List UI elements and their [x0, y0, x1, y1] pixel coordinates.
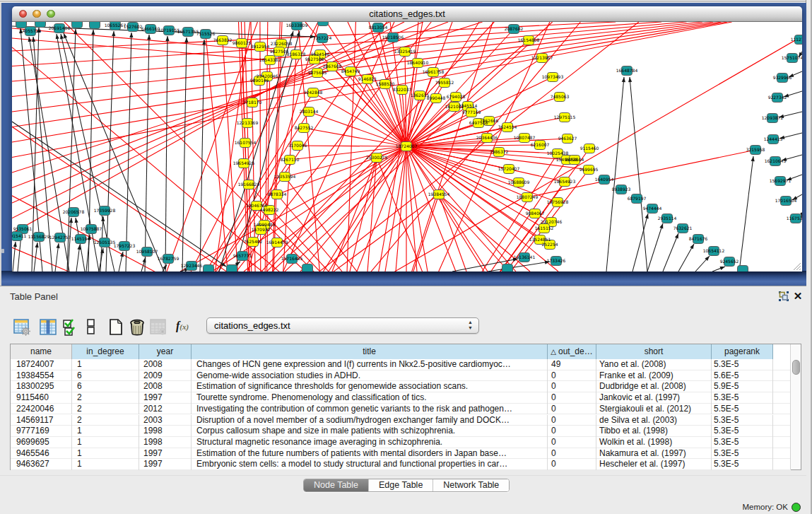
graph-node-label: 3624554: [498, 124, 517, 129]
graph-node[interactable]: [502, 264, 513, 272]
graph-edge[interactable]: [406, 146, 428, 271]
trash-icon[interactable]: [129, 318, 146, 336]
graph-node-label: 10688609: [508, 180, 530, 185]
graph-node-label: 252254: [542, 242, 558, 247]
graph-edge[interactable]: [647, 223, 663, 271]
graph-edge[interactable]: [12, 22, 713, 112]
new-file-icon[interactable]: [107, 318, 124, 336]
column-header-name[interactable]: name: [11, 344, 72, 359]
graph-edge[interactable]: [406, 146, 417, 271]
cell-short: Tibbo et al. (1998): [596, 426, 712, 437]
graph-edge[interactable]: [439, 194, 488, 271]
close-panel-icon[interactable]: ✕: [792, 291, 804, 302]
graph-edge[interactable]: [145, 35, 149, 271]
table-settings-icon[interactable]: [13, 318, 30, 336]
graph-node-label: 15751074: [782, 55, 802, 60]
select-rows-icon[interactable]: [62, 318, 79, 336]
graph-edge[interactable]: [739, 156, 753, 271]
graph-edge[interactable]: [329, 146, 406, 271]
graph-edge[interactable]: [309, 112, 406, 146]
table-row[interactable]: 1938455462009Genome-wide association stu…: [11, 370, 791, 382]
column-header-in_degree[interactable]: in_degree: [72, 344, 139, 359]
graph-node[interactable]: [302, 264, 313, 272]
table-row[interactable]: 1830029562008Estimation of significance …: [11, 381, 791, 392]
graph-node[interactable]: [227, 265, 237, 272]
graph-edge[interactable]: [200, 40, 204, 271]
graph-node[interactable]: [204, 265, 214, 272]
network-graph[interactable]: 9875685140557242069140610655267152760264…: [12, 22, 802, 271]
column-header-out_de[interactable]: △out_de…: [548, 344, 596, 359]
cell-year: 1998: [139, 426, 192, 437]
window-resize-grip[interactable]: [792, 262, 801, 271]
graph-node-label: 9890146: [250, 78, 269, 83]
float-window-icon[interactable]: [778, 291, 789, 302]
graph-edge[interactable]: [126, 33, 131, 271]
graph-node[interactable]: [72, 22, 83, 28]
graph-node[interactable]: [90, 22, 100, 29]
graph-edge[interactable]: [12, 22, 732, 158]
cell-year: 1997: [139, 448, 192, 460]
column-header-title[interactable]: title: [192, 344, 548, 359]
network-window-titlebar[interactable]: citations_edges.txt: [12, 6, 802, 22]
graph-edge[interactable]: [406, 146, 565, 182]
graph-edge[interactable]: [106, 160, 290, 271]
graph-edge[interactable]: [165, 36, 167, 271]
tab-node-table[interactable]: Node Table: [304, 479, 368, 491]
table-row[interactable]: 1456911722003Disruption of a novel membe…: [11, 415, 791, 426]
unselect-rows-icon[interactable]: [83, 318, 100, 336]
table-row[interactable]: 1872400712008Changes of HCN gene express…: [11, 359, 791, 370]
cell-in_degree: 1: [72, 459, 139, 470]
graph-node-label: 15692971: [770, 178, 792, 183]
graph-node-label: 9463604: [565, 157, 584, 162]
table-row[interactable]: 911546021997Tourette syndrome. Phenomeno…: [11, 392, 791, 404]
hidden-window-glyph: [1, 249, 4, 253]
cell-in_degree: 2: [72, 392, 139, 404]
table-row[interactable]: 946554611997Estimation of the future num…: [11, 448, 791, 460]
table-selector-combobox[interactable]: citations_edges.txt ▲▼: [206, 317, 479, 334]
graph-edge[interactable]: [385, 146, 406, 271]
graph-node-label: 23226058: [271, 41, 293, 46]
graph-edge[interactable]: [630, 77, 647, 271]
graph-node[interactable]: [35, 22, 46, 28]
graph-edge[interactable]: [632, 214, 648, 271]
function-icon[interactable]: f(x): [176, 320, 193, 337]
graph-edge[interactable]: [182, 37, 187, 271]
cell-year: 2008: [139, 359, 192, 370]
graph-edge[interactable]: [663, 233, 678, 271]
cell-name: 19384554: [11, 370, 72, 382]
cell-pagerank: 5.3E-5: [712, 415, 773, 426]
graph-node[interactable]: [16, 22, 27, 28]
graph-edge[interactable]: [439, 194, 509, 271]
graph-node[interactable]: [738, 266, 748, 272]
tab-network-table[interactable]: Network Table: [433, 479, 509, 491]
graph-edge[interactable]: [12, 22, 661, 66]
table-vertical-scrollbar[interactable]: [790, 344, 801, 469]
tab-edge-table[interactable]: Edge Table: [368, 479, 433, 491]
graph-node-label: 18724007: [396, 144, 418, 148]
column-header-pagerank[interactable]: pagerank: [712, 344, 773, 359]
table-column-icon[interactable]: [40, 318, 57, 336]
edge-arrowhead-icon: [165, 36, 169, 41]
table-row[interactable]: 969969511998Structural magnetic resonanc…: [11, 437, 791, 448]
table-row[interactable]: 946362711997Embryonic stem cells: a mode…: [11, 459, 791, 470]
graph-node-label: 19654923: [554, 179, 576, 184]
app-frame-right-scroll-strip[interactable]: [806, 0, 812, 514]
delete-table-icon[interactable]: [150, 318, 167, 336]
graph-edge[interactable]: [300, 146, 406, 271]
edge-arrowhead-icon: [142, 257, 146, 262]
table-row[interactable]: 2242004622012Investigating the contribut…: [11, 404, 791, 415]
column-header-short[interactable]: short: [596, 344, 712, 359]
graph-edge[interactable]: [285, 146, 406, 177]
graph-edge[interactable]: [298, 146, 406, 146]
desktop-shadow-band: [1, 271, 806, 286]
graph-node[interactable]: [318, 22, 329, 26]
graph-edge[interactable]: [606, 77, 624, 271]
network-canvas[interactable]: 9875685140557242069140610655267152760264…: [12, 22, 802, 271]
graph-node-label: 2803144: [300, 109, 319, 114]
scrollbar-thumb[interactable]: [792, 360, 800, 375]
graph-node-label: 3170046: [288, 143, 307, 148]
table-row[interactable]: 977716911998Corpus callosum shape and si…: [11, 426, 791, 437]
network-view-window[interactable]: citations_edges.txt 98756851405572420691…: [12, 6, 802, 271]
column-header-year[interactable]: year: [139, 344, 192, 359]
graph-node-label: 9875685: [308, 70, 327, 75]
